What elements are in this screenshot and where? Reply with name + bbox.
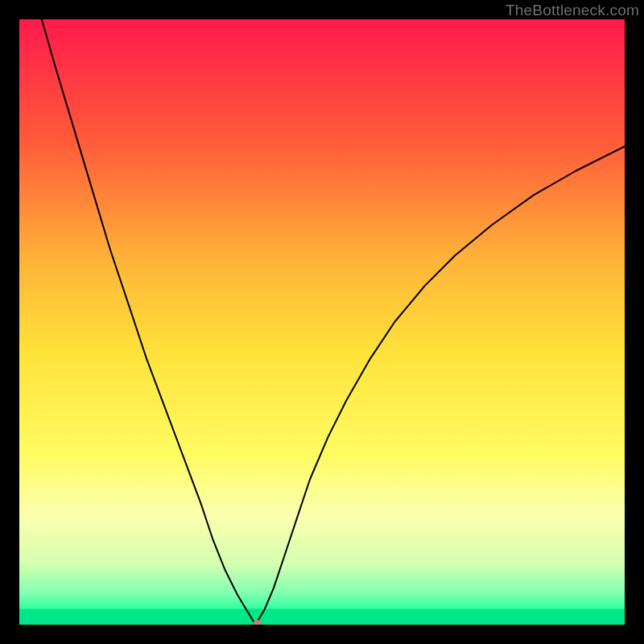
chart-frame: TheBottleneck.com	[0, 0, 644, 644]
chart-plot-area	[19, 19, 625, 625]
chart-svg	[19, 19, 625, 625]
green-strip	[19, 609, 625, 625]
chart-background	[19, 19, 625, 625]
watermark-text: TheBottleneck.com	[506, 2, 639, 19]
